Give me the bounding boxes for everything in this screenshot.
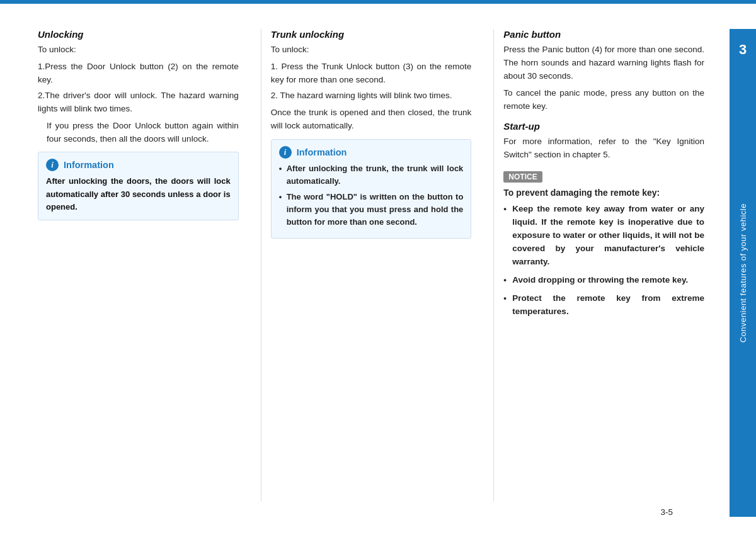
panic-text1: Press the Panic button (4) for more than… [503,43,704,83]
notice-section: NOTICE To prevent damaging the remote ke… [503,166,704,318]
sidebar: 3 Convenient features of your vehicle [730,29,756,517]
trunk-bullet-1: After unlocking the trunk, the trunk wil… [279,162,464,188]
trunk-bullet-2: The word "HOLD" is written on the button… [279,191,464,229]
trunk-title: Trunk unlocking [271,29,472,40]
info-icon-1: i [46,159,59,171]
unlocking-info-box: i Information After unlocking the doors,… [38,152,239,220]
unlocking-info-header: i Information [46,159,231,171]
trunk-info-title: Information [297,147,347,157]
unlocking-info-body: After unlocking the doors, the doors wil… [46,175,231,213]
notice-bullet-2: Avoid dropping or throwing the remote ke… [503,274,704,287]
trunk-steps: 1. Press the Trunk Unlock button (3) on … [271,60,472,103]
notice-bullet-3: Protect the remote key from extreme temp… [503,292,704,319]
columns-area: Unlocking To unlock: 1.Press the Door Un… [38,29,704,501]
trunk-info-header: i Information [279,146,464,159]
panic-text2: To cancel the panic mode, press any butt… [503,87,704,113]
trunk-after-steps: Once the trunk is opened and then closed… [271,106,472,133]
col-separator-1 [261,29,261,501]
main-content: Unlocking To unlock: 1.Press the Door Un… [0,29,730,517]
startup-section: Start-up For more information, refer to … [503,121,704,162]
sidebar-text: Convenient features of your vehicle [738,203,748,342]
notice-bullet-1: Keep the remote key away from water or a… [503,203,704,269]
page-number: 3-5 [38,501,704,517]
col-separator-2 [493,29,494,501]
chapter-number: 3 [730,42,756,58]
notice-list: Keep the remote key away from water or a… [503,203,704,318]
startup-text: For more information, refer to the "Key … [503,135,704,162]
col-panic: Panic button Press the Panic button (4) … [503,29,704,501]
unlocking-step-2: 2.The driver's door will unlock. The haz… [38,89,239,116]
unlocking-info-title: Information [64,160,114,170]
unlocking-indent: If you press the Door Unlock button agai… [47,120,239,146]
unlocking-step-1: 1.Press the Door Unlock button (2) on th… [38,60,239,87]
panic-title: Panic button [503,29,704,40]
unlocking-steps: 1.Press the Door Unlock button (2) on th… [38,60,239,116]
info-icon-2: i [279,146,292,159]
notice-badge: NOTICE [503,171,542,183]
trunk-info-box: i Information After unlocking the trunk,… [271,139,472,239]
startup-title: Start-up [503,121,704,132]
unlocking-intro: To unlock: [38,43,239,57]
trunk-step-1: 1. Press the Trunk Unlock button (3) on … [271,60,472,87]
trunk-intro: To unlock: [271,43,472,57]
notice-title: To prevent damaging the remote key: [503,188,704,198]
trunk-info-bullets: After unlocking the trunk, the trunk wil… [279,162,464,229]
col-trunk: Trunk unlocking To unlock: 1. Press the … [271,29,484,501]
trunk-step-2: 2. The hazard warning lights will blink … [271,89,472,103]
col-unlocking: Unlocking To unlock: 1.Press the Door Un… [38,29,251,501]
unlocking-title: Unlocking [38,29,239,40]
